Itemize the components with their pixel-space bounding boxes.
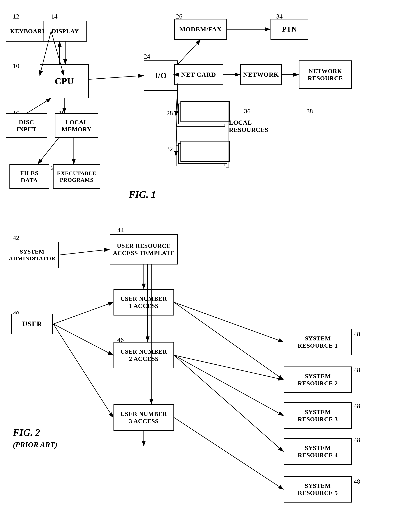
fig2-label: FIG. 2 xyxy=(13,427,40,438)
ref-42: 42 xyxy=(13,234,19,241)
ref-48c: 48 xyxy=(354,402,360,410)
ref-48d: 48 xyxy=(354,437,360,443)
ptn-box: PTN xyxy=(270,19,308,40)
ref-44: 44 xyxy=(117,227,124,234)
network-box: NETWORK xyxy=(240,64,282,85)
local-memory-box: LOCAL MEMORY xyxy=(55,113,98,138)
ref-30: 28 xyxy=(166,110,173,117)
ref-12: 12 xyxy=(13,13,19,20)
user-box: USER xyxy=(11,314,53,334)
ref-36: 36 xyxy=(244,108,250,115)
svg-line-5 xyxy=(89,76,144,79)
system-admin-box: SYSTEM ADMINISTATOR xyxy=(6,242,59,268)
svg-line-10 xyxy=(178,40,201,64)
disc-input-box: DISC INPUT xyxy=(6,113,47,138)
io-box: I/O xyxy=(144,60,178,91)
svg-line-8 xyxy=(38,138,59,164)
svg-line-27 xyxy=(174,302,283,380)
net-card-box: NET CARD xyxy=(174,64,223,85)
svg-line-31 xyxy=(174,418,283,489)
files-data-box: FILES DATA xyxy=(9,164,49,189)
svg-line-22 xyxy=(53,324,113,418)
sys-resource5-box: SYSTEM RESOURCE 5 xyxy=(284,476,352,502)
sys-resource4-box: SYSTEM RESOURCE 4 xyxy=(284,438,352,465)
ref-32: 32 xyxy=(166,146,173,153)
svg-line-26 xyxy=(174,302,283,342)
sys-resource3-box: SYSTEM RESOURCE 3 xyxy=(284,402,352,429)
ref-38: 38 xyxy=(307,108,313,115)
svg-line-6 xyxy=(26,98,51,113)
svg-line-20 xyxy=(53,302,113,324)
ref-10: 10 xyxy=(13,62,19,70)
user-num1-access-box: USER NUMBER 1 ACCESS xyxy=(113,289,174,316)
sys-resource1-box: SYSTEM RESOURCE 1 xyxy=(284,329,352,355)
ref-48a: 48 xyxy=(354,331,360,338)
display-box: DISPLAY xyxy=(44,21,87,42)
fig2-sublabel: (PRIOR ART) xyxy=(13,440,57,449)
modem-fax-box: MODEM/FAX xyxy=(174,19,227,40)
svg-line-19 xyxy=(59,249,109,255)
ref-48b: 48 xyxy=(354,367,360,374)
user-resource-access-template-box: USER RESOURCE ACCESS TEMPLATE xyxy=(110,234,178,265)
exec-programs-box: EXECUTABLE PROGRAMS xyxy=(53,164,100,189)
ref-14: 14 xyxy=(51,13,58,20)
cpu-box: CPU xyxy=(40,64,89,98)
user-num3-access-box: USER NUMBER 3 ACCESS xyxy=(113,404,174,431)
svg-line-21 xyxy=(53,324,113,355)
diagram-container: 12 14 10 24 16 18 20 22 26 34 28 36 38 2… xyxy=(0,0,398,532)
user-num2-access-box: USER NUMBER 2 ACCESS xyxy=(113,342,174,368)
svg-line-30 xyxy=(174,355,283,451)
local-resources-label: LOCAL RESOURCES xyxy=(229,119,268,133)
ref-48e: 48 xyxy=(354,478,360,485)
fig1-label: FIG. 1 xyxy=(129,189,156,200)
svg-line-29 xyxy=(174,355,283,416)
sys-resource2-box: SYSTEM RESOURCE 2 xyxy=(284,367,352,393)
ref-24: 24 xyxy=(144,53,150,60)
svg-line-28 xyxy=(174,355,283,380)
network-resource-box: NETWORK RESOURCE xyxy=(299,60,352,89)
